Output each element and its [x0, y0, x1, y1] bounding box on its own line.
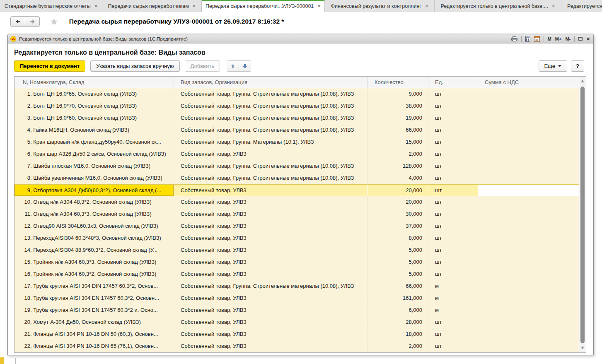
- cell-quantity[interactable]: 161,000: [368, 292, 428, 304]
- cell-unit[interactable]: шт: [428, 256, 478, 268]
- cell-unit[interactable]: шт: [428, 185, 478, 196]
- cell-kind[interactable]: Собственный товар, УЛВЗ: [174, 292, 368, 304]
- cell-quantity[interactable]: 38,000: [368, 100, 428, 112]
- cell-quantity[interactable]: 30,000: [368, 208, 428, 220]
- cell-quantity[interactable]: 18,000: [368, 328, 428, 340]
- cell-item[interactable]: 14, ПереходAISI304 88,9*60,3*2, Основной…: [15, 244, 174, 256]
- cell-kind[interactable]: Собственный товар, УЛВЗ: [174, 220, 368, 232]
- tab-central-base[interactable]: Редактируется только в центральной базе:…: [435, 0, 561, 12]
- move-up-button[interactable]: [227, 60, 239, 72]
- tab-close-icon[interactable]: ×: [193, 3, 196, 9]
- cell-unit[interactable]: шт: [428, 124, 478, 136]
- cell-quantity[interactable]: 37,000: [368, 220, 428, 232]
- cell-sum[interactable]: [478, 136, 579, 148]
- cell-kind[interactable]: Собственный товар, УЛВЗ: [174, 232, 368, 244]
- column-header-item[interactable]: N, Номенклатура, Склад: [15, 77, 174, 88]
- cell-item[interactable]: 10, Отвод н/ж А304 48,3*2, Основной скла…: [15, 196, 174, 208]
- cell-unit[interactable]: шт: [428, 244, 478, 256]
- cell-unit[interactable]: шт: [428, 220, 478, 232]
- cell-sum[interactable]: [478, 304, 579, 316]
- cell-sum[interactable]: [478, 208, 579, 220]
- cell-kind[interactable]: Собственный товар; Группа: Строительные …: [174, 172, 368, 184]
- table-row[interactable]: 21, Фланцы AISI 304 PN 10-16 DN 50 (60,3…: [15, 328, 579, 340]
- cell-kind[interactable]: Собственный товар, УЛВЗ: [174, 196, 368, 208]
- cell-unit[interactable]: шт: [428, 112, 478, 124]
- cell-item[interactable]: 5, Кран шаровый н/ж фланц.ду50ру40, Осно…: [15, 136, 174, 148]
- cell-kind[interactable]: Собственный товар, УЛВЗ: [174, 340, 368, 352]
- cell-quantity[interactable]: 15,000: [368, 136, 428, 148]
- cell-kind[interactable]: Собственный товар; Группа: Строительные …: [174, 124, 368, 136]
- cell-unit[interactable]: м: [428, 292, 478, 304]
- table-row[interactable]: 19, Труба круглая AISI 304 EN 17457 60,3…: [15, 304, 579, 316]
- tab-close-icon[interactable]: ×: [552, 3, 555, 9]
- favorite-star-icon[interactable]: ★: [50, 17, 58, 27]
- cell-item[interactable]: 20, Хомут А-304 Дн50, Основной склад (УЛ…: [15, 316, 174, 328]
- cell-item[interactable]: 6, Кран шар А326 Дн50 2 св/св, Основной …: [15, 148, 174, 160]
- tab-close-icon[interactable]: ×: [425, 3, 428, 9]
- cell-sum[interactable]: [478, 280, 579, 292]
- tab-close-icon[interactable]: ×: [317, 3, 321, 9]
- back-button[interactable]: [10, 16, 25, 27]
- memory-m-plus-button[interactable]: M+: [555, 36, 562, 42]
- cell-sum[interactable]: [478, 316, 579, 328]
- cell-item[interactable]: 7, Шайба плоская М16,0, Основной склад (…: [15, 160, 174, 172]
- table-row[interactable]: 16, Тройник н/ж А304 60,3*2, Основной ск…: [15, 268, 579, 280]
- cell-sum[interactable]: [478, 196, 579, 208]
- cell-kind[interactable]: Собственный товар; Группа: Материалы (10…: [174, 136, 368, 148]
- column-header-unit[interactable]: Ед.: [428, 77, 478, 88]
- cell-unit[interactable]: шт: [428, 136, 478, 148]
- cell-unit[interactable]: шт: [428, 208, 478, 220]
- cell-kind[interactable]: Собственный товар, УЛВЗ: [174, 185, 368, 196]
- maximize-icon[interactable]: [578, 36, 583, 42]
- cell-quantity[interactable]: 66,000: [368, 280, 428, 292]
- table-row[interactable]: 4, Гайка М16ЦН, Основной склад (УЛВЗ)Соб…: [15, 124, 579, 136]
- cell-quantity[interactable]: 9,000: [368, 88, 428, 100]
- tab-standard-reports[interactable]: Стандартные бухгалтерские отчеты ×: [0, 0, 102, 12]
- cell-sum[interactable]: [478, 220, 579, 232]
- tab-raw-transfer-doc[interactable]: Передача сырья переработчи...УЛУЗ-000001…: [202, 0, 325, 12]
- cell-quantity[interactable]: 2,000: [368, 340, 428, 352]
- cell-kind[interactable]: Собственный товар; Группа: Строительные …: [174, 112, 368, 124]
- cell-sum[interactable]: [478, 112, 579, 124]
- cell-item[interactable]: 17, Труба круглая AISI 304 DIN 17457 60,…: [15, 280, 174, 292]
- cell-sum[interactable]: [478, 124, 579, 136]
- cell-sum[interactable]: [478, 328, 579, 340]
- cell-kind[interactable]: Собственный товар, УЛВЗ: [174, 208, 368, 220]
- tab-raw-transfers-list[interactable]: Передачи сырья переработчикам ×: [102, 0, 202, 12]
- cell-item[interactable]: 12, Отвод90 AISI 304L60,3x3, Основной ск…: [15, 220, 174, 232]
- cell-item[interactable]: 4, Гайка М16ЦН, Основной склад (УЛВЗ): [15, 124, 174, 136]
- cell-kind[interactable]: Собственный товар, УЛВЗ: [174, 304, 368, 316]
- cell-item[interactable]: 11, Отвод н/ж А304 60,3*3, Основной скла…: [15, 208, 174, 220]
- table-row[interactable]: 1, Болт ЦН 16,0*65, Основной склад (УЛВЗ…: [15, 88, 579, 100]
- cell-unit[interactable]: шт: [428, 148, 478, 160]
- table-row[interactable]: 14, ПереходAISI304 88,9*60,3*2, Основной…: [15, 244, 579, 256]
- print-icon[interactable]: [511, 36, 517, 42]
- cell-quantity[interactable]: 5,000: [368, 256, 428, 268]
- calendar-icon[interactable]: 31: [534, 36, 540, 42]
- cell-sum[interactable]: [478, 148, 579, 160]
- cell-sum[interactable]: [478, 160, 579, 172]
- cell-sum[interactable]: [478, 268, 579, 280]
- cell-quantity[interactable]: 19,000: [368, 112, 428, 124]
- cell-item[interactable]: 9, Отбортовка А304 Дн50(60,3*2), Основно…: [15, 185, 174, 196]
- table-row[interactable]: 20, Хомут А-304 Дн50, Основной склад (УЛ…: [15, 316, 579, 328]
- specify-manually-button[interactable]: Указать виды запасов вручную: [90, 60, 179, 72]
- cell-quantity[interactable]: 20,000: [368, 196, 428, 208]
- cell-unit[interactable]: шт: [428, 232, 478, 244]
- cell-kind[interactable]: Собственный товар, УЛВЗ: [174, 244, 368, 256]
- table-row[interactable]: 8, Шайба увеличенная М16,0, Основной скл…: [15, 172, 579, 184]
- tab-financial-result[interactable]: Финансовый результат и контроллинг ×: [325, 0, 435, 12]
- cell-kind[interactable]: Собственный товар; Группа: Строительные …: [174, 100, 368, 112]
- cell-unit[interactable]: шт: [428, 160, 478, 172]
- cell-item[interactable]: 2, Болт ЦН 16,0*70, Основной склад (УЛВЗ…: [15, 100, 174, 112]
- table-row[interactable]: 5, Кран шаровый н/ж фланц.ду50ру40, Осно…: [15, 136, 579, 148]
- cell-kind[interactable]: Собственный товар; Группа: Строительные …: [174, 88, 368, 100]
- cell-unit[interactable]: м: [428, 280, 478, 292]
- cell-unit[interactable]: шт: [428, 340, 478, 352]
- cell-unit[interactable]: шт: [428, 88, 478, 100]
- cell-item[interactable]: 8, Шайба увеличенная М16,0, Основной скл…: [15, 172, 174, 184]
- cell-quantity[interactable]: 66,000: [368, 124, 428, 136]
- scrollbar-thumb[interactable]: [580, 87, 585, 343]
- column-header-quantity[interactable]: Количество: [368, 77, 428, 88]
- cell-unit[interactable]: м: [428, 304, 478, 316]
